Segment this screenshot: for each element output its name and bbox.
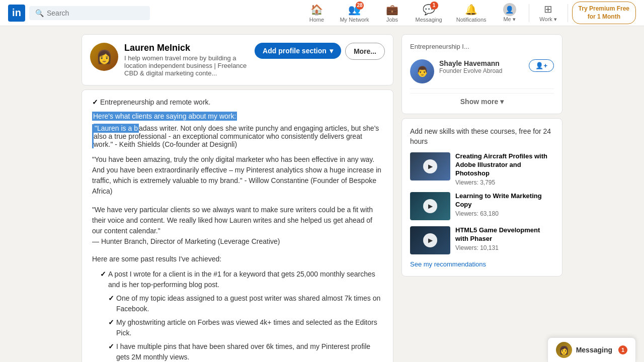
- course-info-3: HTML5 Game Development with Phaser Viewe…: [455, 226, 554, 251]
- profile-header: 👩 Lauren Melnick I help women travel mor…: [82, 34, 393, 85]
- home-icon: 🏠: [310, 4, 323, 16]
- results-heading-wrapper: Here are some past results I've achieved…: [92, 255, 383, 263]
- nav-notifications-label: Notifications: [456, 17, 487, 23]
- more-button[interactable]: More...: [345, 43, 385, 60]
- person-item: 👨 Shayle Havemann Founder Evolve Abroad …: [410, 54, 554, 89]
- testimonial-2: "You have been amazing, truly the only d…: [92, 154, 383, 197]
- play-button-2[interactable]: ▶: [423, 199, 437, 213]
- profile-actions: Add profile section ▾ More...: [255, 43, 385, 60]
- content-card: ✓ Entrepreneurship and remote work. Here…: [82, 89, 393, 362]
- highlighted-block: "Lauren is a badass writer. Not only doe…: [92, 124, 383, 148]
- result-text-2: One of my topic ideas assigned to a gues…: [116, 293, 383, 314]
- person-avatar: 👨: [410, 59, 434, 83]
- testimonial-3: "We have very particular clients so we a…: [92, 205, 383, 247]
- results-heading: Here are some past results I've achieved…: [92, 255, 221, 263]
- search-input[interactable]: [47, 9, 144, 17]
- course-title-3: HTML5 Game Development with Phaser: [455, 226, 554, 243]
- chevron-down-icon: ▾: [500, 98, 504, 106]
- messaging-avatar-icon: 👩: [556, 342, 572, 358]
- nav-me[interactable]: 👤 Me ▾: [495, 1, 525, 25]
- add-section-label: Add profile section: [263, 47, 327, 55]
- nav-work-label: Work ▾: [539, 16, 557, 23]
- search-bar[interactable]: 🔍: [29, 6, 150, 20]
- add-profile-section-button[interactable]: Add profile section ▾: [255, 43, 341, 59]
- messaging-bubble[interactable]: 👩 Messaging 1: [547, 337, 636, 362]
- chevron-down-icon: ▾: [330, 47, 333, 55]
- play-button-1[interactable]: ▶: [423, 159, 437, 173]
- course-viewers-3: Viewers: 10,131: [455, 244, 554, 251]
- messaging-badge: 1: [430, 2, 438, 10]
- nav-divider: [529, 4, 529, 22]
- nav-messaging-label: Messaging: [415, 17, 442, 23]
- course-title-1: Creating Aircraft Profiles with Adobe Il…: [455, 152, 554, 178]
- clients-heading: Here's what clients are saying about my …: [92, 112, 237, 121]
- results-list: ✓ A post I wrote for a client is in the …: [100, 269, 383, 362]
- courses-header: Add new skills with these courses, free …: [410, 127, 554, 146]
- person-info: Shayle Havemann Founder Evolve Abroad: [439, 59, 524, 74]
- nav-work[interactable]: ⊞ Work ▾: [533, 1, 564, 25]
- work-grid-icon: ⊞: [544, 3, 552, 15]
- people-card: Entrepreneurship I... 👨 Shayle Havemann …: [401, 34, 562, 114]
- nav-notifications[interactable]: 🔔 Notifications: [450, 2, 493, 25]
- result-item-1: ✓ A post I wrote for a client is in the …: [100, 269, 383, 290]
- nav-my-network[interactable]: 👥 28 My Network: [334, 2, 375, 25]
- entrepreneurship-item: ✓ Entrepreneurship and remote work.: [92, 98, 383, 106]
- result-text-4: I have multiple pins that have been shar…: [116, 341, 383, 362]
- course-item-3: ▶ HTML5 Game Development with Phaser Vie…: [410, 226, 554, 254]
- checkmark-icon: ✓: [92, 98, 98, 106]
- premium-button[interactable]: Try Premium Free for 1 Month: [572, 2, 636, 24]
- checkmark-icon: ✓: [100, 269, 106, 280]
- checkmark-icon: ✓: [108, 293, 114, 304]
- checkmark-icon: ✓: [108, 341, 114, 352]
- nav-divider-2: [568, 4, 568, 22]
- connect-button[interactable]: 👤+: [529, 59, 554, 72]
- entrepreneurship-text: Entrepreneurship and remote work.: [100, 98, 210, 106]
- messaging-label: Messaging: [576, 346, 612, 354]
- result-text-1: A post I wrote for a client is in the #1…: [108, 269, 383, 290]
- nav-messaging[interactable]: 💬 1 Messaging: [409, 2, 448, 25]
- result-item-2: ✓ One of my topic ideas assigned to a gu…: [108, 293, 383, 362]
- see-recommendations-link[interactable]: See my recommendations: [410, 260, 554, 268]
- linkedin-logo[interactable]: in: [8, 5, 25, 22]
- nav-jobs-label: Jobs: [386, 17, 398, 23]
- messaging-icon: 💬 1: [423, 4, 435, 16]
- nav-jobs[interactable]: 💼 Jobs: [377, 2, 407, 25]
- person-title: Founder Evolve Abroad: [439, 67, 524, 74]
- avatar: 👤: [503, 3, 516, 16]
- person-plus-icon: 👤+: [535, 62, 547, 69]
- result-text-3: My ghostwriting article on Forbes was vi…: [116, 317, 383, 338]
- nav-me-label: Me ▾: [503, 16, 515, 23]
- course-item-2: ▶ Learning to Write Marketing Copy Viewe…: [410, 192, 554, 220]
- course-info-1: Creating Aircraft Profiles with Adobe Il…: [455, 152, 554, 186]
- messaging-notification-badge: 1: [618, 345, 627, 354]
- course-thumbnail-1: ▶: [410, 152, 450, 180]
- skills-label: Entrepreneurship I...: [410, 43, 554, 50]
- course-info-2: Learning to Write Marketing Copy Viewers…: [455, 192, 554, 217]
- nav-items: 🏠 Home 👥 28 My Network 💼 Jobs 💬 1 Messag…: [301, 1, 636, 25]
- checkmark-icon: ✓: [108, 317, 114, 328]
- network-badge: 28: [356, 2, 364, 10]
- show-more-label: Show more: [460, 98, 498, 106]
- course-title-2: Learning to Write Marketing Copy: [455, 192, 554, 209]
- course-viewers-1: Viewers: 3,795: [455, 179, 554, 186]
- nav-home[interactable]: 🏠 Home: [301, 2, 332, 25]
- course-thumbnail-3: ▶: [410, 226, 450, 254]
- course-thumbnail-2: ▶: [410, 192, 450, 220]
- nav-home-label: Home: [309, 17, 324, 23]
- course-item-1: ▶ Creating Aircraft Profiles with Adobe …: [410, 152, 554, 186]
- course-viewers-2: Viewers: 63,180: [455, 210, 554, 217]
- profile-info: Lauren Melnick I help women travel more …: [124, 43, 249, 77]
- search-icon: 🔍: [35, 9, 44, 17]
- courses-card: Add new skills with these courses, free …: [401, 118, 562, 277]
- nav-network-label: My Network: [340, 17, 369, 23]
- person-name: Shayle Havemann: [439, 59, 524, 67]
- page-wrapper: 👩 Lauren Melnick I help women travel mor…: [0, 26, 644, 362]
- navbar: in 🔍 🏠 Home 👥 28 My Network 💼 Jobs 💬 1 M…: [0, 0, 644, 26]
- show-more-button[interactable]: Show more ▾: [410, 93, 554, 106]
- profile-avatar: 👩: [90, 43, 118, 71]
- profile-bio: I help women travel more by building a l…: [124, 54, 249, 77]
- main-content: 👩 Lauren Melnick I help women travel mor…: [82, 34, 393, 362]
- clients-heading-wrapper: Here's what clients are saying about my …: [92, 112, 383, 120]
- jobs-icon: 💼: [386, 4, 398, 16]
- play-button-3[interactable]: ▶: [423, 233, 437, 247]
